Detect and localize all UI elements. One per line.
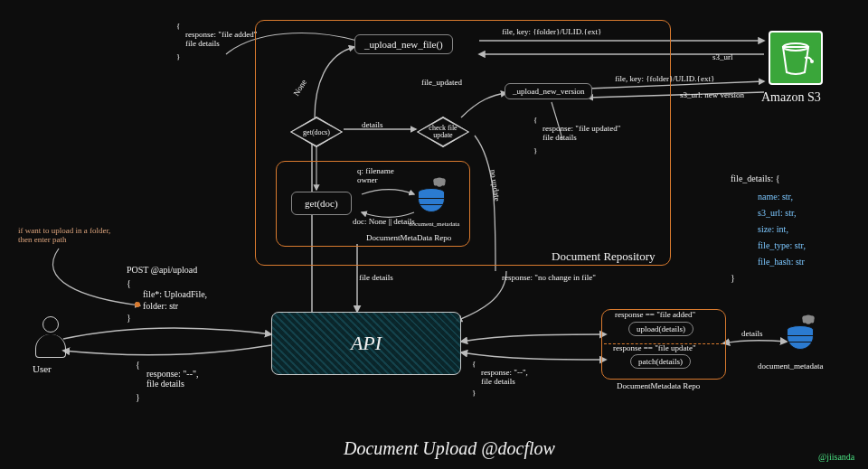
s3-label: Amazon S3 <box>761 90 821 105</box>
get-doc-box: get(doc) <box>291 192 352 215</box>
resp-no-change: response: "no change in file" <box>502 273 596 282</box>
database-icon <box>787 325 814 350</box>
s3-icon <box>769 31 823 85</box>
upload-new-file-box: _upload_new_file() <box>354 34 453 54</box>
file-details-s3url: s3_url: str, <box>758 208 796 218</box>
file-details-size: size: int, <box>758 224 788 234</box>
post-endpoint: POST @api/upload <box>127 265 197 275</box>
inner-db-label: document_metadata <box>409 220 459 228</box>
file-details-hash: file_hash: str <box>758 257 805 267</box>
response-api-right: response: "--", file details <box>481 368 528 386</box>
file-details-name: name: str, <box>758 192 793 202</box>
resp-eq-added: response == "file added" <box>615 310 695 319</box>
get-doc-label: get(doc) <box>305 198 338 209</box>
upload-details-label: upload(details) <box>637 324 685 333</box>
response-file-added: response: "file added" file details <box>185 30 257 48</box>
dot-icon <box>135 302 140 307</box>
document-repository-label: Document Repository <box>552 249 655 264</box>
api-label: API <box>351 332 382 355</box>
right-meta-repo-label: DocumentMetadata Repo <box>617 381 700 390</box>
inner-meta-repo-label: DocumentMetaData Repo <box>366 233 451 242</box>
edge-details-right: details <box>741 329 763 338</box>
s3-url-new: s3_url: new version <box>680 90 744 99</box>
response-user: response: "--", file details <box>146 369 199 389</box>
svg-point-1 <box>810 60 814 63</box>
s3-url-label: s3_url <box>712 52 733 61</box>
user-icon <box>34 316 67 361</box>
upload-new-file-label: _upload_new_file() <box>364 39 443 50</box>
upload-new-version-box: _upload_new_version <box>505 83 592 99</box>
user-label: User <box>33 363 52 374</box>
database-icon <box>418 188 445 212</box>
patch-details-box: patch(details) <box>630 354 691 369</box>
upload-new-version-label: _upload_new_version <box>513 87 584 96</box>
doc-none-details: doc: None || details <box>353 217 415 226</box>
diagram-title: Document Upload @docflow <box>344 438 555 459</box>
api-box: API <box>271 312 461 375</box>
resp-eq-update: response == "file update" <box>613 343 696 352</box>
right-db-label: document_metadata <box>758 361 823 371</box>
check-file-decision: check file update <box>416 116 470 148</box>
get-docs-decision: get(docs) <box>289 116 344 148</box>
file-key-2: file, key: {folder}/ULID.{ext} <box>615 74 714 83</box>
payload-file: file*: UploadFile, <box>143 289 207 299</box>
file-details-close: } <box>731 273 735 283</box>
file-key-1: file, key: {folder}/ULID.{ext} <box>502 27 601 36</box>
edge-details: details <box>362 120 383 129</box>
q-filename-owner: q: filename owner <box>357 166 394 184</box>
response-file-updated: response: "file updated" file details <box>542 124 620 142</box>
upload-details-box: upload(details) <box>628 322 693 336</box>
patch-details-label: patch(details) <box>638 357 683 366</box>
note-folder: if want to upload in a folder, then ente… <box>18 226 154 244</box>
edge-file-details: file details <box>359 273 393 282</box>
edge-file-updated: file_updated <box>421 78 462 87</box>
payload-folder: folder: str <box>143 301 178 311</box>
file-details-header: file_details: { <box>731 174 780 183</box>
credit-label: @jiisanda <box>818 452 854 462</box>
file-details-type: file_type: str, <box>758 240 806 250</box>
